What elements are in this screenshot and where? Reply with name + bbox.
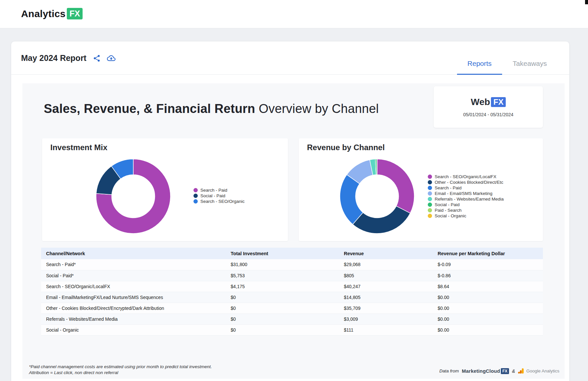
legend-label: Other - Cookies Blocked/Direct/Etc — [435, 180, 503, 185]
chart-legend: Search - PaidSocial - PaidSearch - SEO/O… — [193, 187, 244, 204]
legend-label: Social - Paid — [435, 202, 460, 207]
column-header: Channel/Network — [41, 248, 226, 259]
report-heading-regular: Overview by Channel — [255, 102, 379, 116]
legend-swatch — [428, 186, 432, 190]
table-cell: Search - SEO/Organic/LocalFX — [41, 281, 226, 292]
legend-label: Email - Email/SMS Marketing — [435, 191, 493, 196]
legend-item: Search - SEO/Organic — [193, 199, 244, 204]
legend-swatch — [428, 214, 432, 218]
donut-slice — [377, 159, 377, 175]
legend-swatch — [193, 199, 198, 204]
table-cell: $14,805 — [339, 292, 433, 303]
data-attribution: Data from MarketingCloud FX & Google Ana… — [439, 368, 559, 374]
table-row: Search - Paid*$31,800$29,068$-0.09 — [41, 259, 543, 270]
cloud-download-icon[interactable] — [107, 54, 115, 63]
table-row: Referrals - Websites/Earned Media$0$3,00… — [41, 313, 543, 324]
analyticsfx-logo: Analytics FX — [21, 8, 83, 19]
webfx-logo: Web FX — [471, 97, 506, 107]
legend-swatch — [428, 175, 432, 179]
legend-label: Paid - Search — [435, 208, 462, 213]
legend-label: Search - SEO/Organic — [200, 199, 244, 204]
ampersand: & — [512, 368, 515, 374]
card-header: May 2024 Report Reports Takeaways — [11, 41, 569, 75]
tab-takeaways[interactable]: Takeaways — [502, 54, 557, 75]
investment-mix-card: Investment Mix Search - PaidSocial - Pai… — [42, 138, 288, 241]
table-cell: $3,009 — [339, 313, 433, 324]
legend-swatch — [428, 203, 432, 207]
marketingcloud-text: MarketingCloud — [462, 368, 500, 374]
table-cell: Other - Cookies Blocked/Direct/Encrypted… — [41, 303, 226, 313]
app-header: Analytics FX — [0, 0, 588, 28]
table-row: Other - Cookies Blocked/Direct/Encrypted… — [41, 303, 543, 313]
legend-item: Referrals - Websites/Earned Media — [428, 196, 504, 202]
google-analytics-text: Google Analytics — [526, 368, 559, 373]
table-cell: $-0.86 — [433, 270, 543, 281]
table-cell: $8.64 — [433, 281, 543, 292]
webfx-fx-badge: FX — [491, 97, 506, 107]
table-row: Search - SEO/Organic/LocalFX$4,175$40,24… — [41, 281, 543, 292]
tabs: Reports Takeaways — [457, 54, 557, 75]
legend-swatch — [428, 197, 432, 201]
legend-swatch — [428, 180, 432, 184]
share-icon[interactable] — [92, 54, 101, 63]
revenue-by-channel-donut — [339, 158, 415, 234]
webfx-brand-card: Web FX 05/01/2024 - 05/31/2024 — [434, 86, 543, 128]
legend-item: Social - Paid — [428, 202, 504, 207]
legend-label: Search - SEO/Organic/LocalFX — [435, 174, 497, 179]
legend-item: Email - Email/SMS Marketing — [428, 191, 504, 196]
table-cell: $-0.09 — [433, 259, 543, 270]
legend-label: Social - Organic — [435, 213, 466, 218]
footnote-line: Attribution = Last click, non direct non… — [29, 370, 212, 376]
table-row: Social - Paid*$5,753$805$-0.86 — [41, 270, 543, 281]
legend-swatch — [193, 194, 198, 198]
table-header-row: Channel/NetworkTotal InvestmentRevenueRe… — [41, 248, 543, 259]
table-cell: $0.00 — [433, 303, 543, 313]
column-header: Total Investment — [226, 248, 339, 259]
table-cell: $0 — [226, 303, 339, 313]
google-analytics-icon — [518, 368, 524, 374]
logo-fx-badge: FX — [67, 8, 83, 19]
table-cell: $40,247 — [339, 281, 433, 292]
legend-label: Social - Paid — [200, 193, 225, 198]
table-cell: $31,800 — [226, 259, 339, 270]
table-cell: $29,068 — [339, 259, 433, 270]
chart-legend: Search - SEO/Organic/LocalFXOther - Cook… — [428, 174, 504, 219]
legend-swatch — [428, 208, 432, 212]
table-cell: $0 — [226, 313, 339, 324]
attribution-prefix: Data from — [439, 368, 459, 373]
legend-item: Search - Paid — [193, 187, 244, 193]
legend-swatch — [428, 191, 432, 196]
legend-item: Social - Paid — [193, 193, 244, 199]
table-cell: $0.00 — [433, 292, 543, 303]
legend-swatch — [193, 188, 198, 192]
table-cell: $0.00 — [433, 313, 543, 324]
channel-metrics-table: Channel/NetworkTotal InvestmentRevenueRe… — [41, 248, 543, 336]
footnotes: *Paid channel management costs are estim… — [29, 364, 212, 376]
report-canvas: Sales, Revenue, & Financial Return Overv… — [22, 83, 565, 379]
table-cell: Social - Paid* — [41, 270, 226, 281]
investment-mix-donut — [95, 158, 171, 234]
tab-reports[interactable]: Reports — [457, 54, 502, 75]
logo-text: Analytics — [21, 8, 65, 19]
chart-title: Investment Mix — [50, 143, 107, 152]
google-analytics-logo: Google Analytics — [518, 368, 559, 374]
table-cell: $0 — [226, 324, 339, 335]
legend-label: Search - Paid — [200, 188, 227, 193]
donut-slice — [377, 159, 414, 213]
table-cell: Social - Organic — [41, 324, 226, 335]
footnote-line: *Paid channel management costs are estim… — [29, 364, 212, 370]
column-header: Revenue — [339, 248, 433, 259]
webfx-logo-text: Web — [471, 97, 490, 107]
browser-edge-artifact — [585, 0, 588, 4]
table-cell: $5,753 — [226, 270, 339, 281]
table-cell: Referrals - Websites/Earned Media — [41, 313, 226, 324]
table-cell: $4,175 — [226, 281, 339, 292]
legend-item: Paid - Search — [428, 207, 504, 213]
table-row: Email - EmailMarketingFX/Lead Nurture/SM… — [41, 292, 543, 303]
column-header: Revenue per Marketing Dollar — [433, 248, 543, 259]
table-cell: $111 — [339, 324, 433, 335]
table-cell: Email - EmailMarketingFX/Lead Nurture/SM… — [41, 292, 226, 303]
revenue-by-channel-card: Revenue by Channel Search - SEO/Organic/… — [299, 138, 543, 241]
legend-item: Search - SEO/Organic/LocalFX — [428, 174, 504, 179]
page-title: May 2024 Report — [21, 53, 87, 63]
